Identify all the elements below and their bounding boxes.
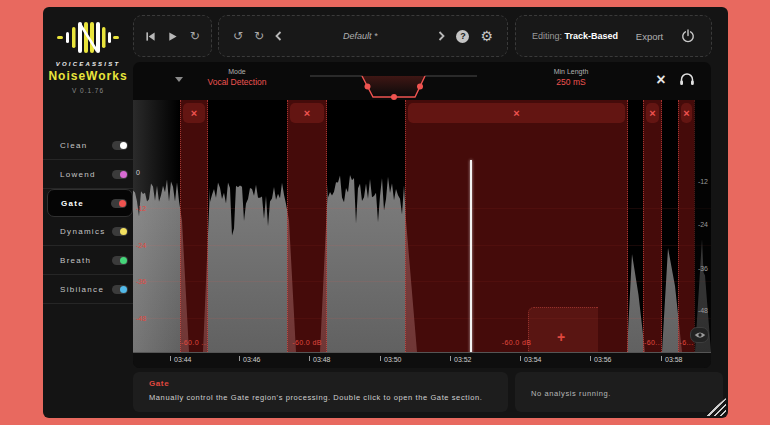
region-threshold-label: -60.0 ...	[181, 339, 207, 346]
close-icon: ×	[304, 108, 310, 119]
sidebar: VOICEASSIST NoiseWorks V 0.1.76 Clean Lo…	[43, 7, 133, 418]
plus-icon[interactable]: +	[557, 330, 565, 344]
analysis-status-text: No analysis running.	[531, 389, 611, 398]
toggle-switch[interactable]	[111, 199, 127, 208]
curve-node[interactable]	[365, 84, 371, 90]
sidebar-item-gate[interactable]: Gate	[47, 189, 133, 217]
min-length-value: 250 mS	[523, 77, 619, 87]
help-panel: Gate Manually control the Gate region's …	[133, 372, 508, 412]
playhead[interactable]	[470, 160, 472, 352]
desktop-background: VOICEASSIST NoiseWorks V 0.1.76 Clean Lo…	[0, 0, 770, 425]
db-scale-label-right: -48	[698, 307, 708, 314]
editing-mode-value: Track-Based	[565, 31, 619, 41]
region-delete-button[interactable]: ×	[408, 103, 625, 123]
toggle-switch[interactable]	[112, 170, 128, 179]
min-length-label: Min Length	[523, 68, 619, 75]
sidebar-item-lowend[interactable]: Lowend	[43, 160, 133, 189]
undo-icon[interactable]: ↺	[233, 30, 243, 42]
sidebar-item-label: Clean	[60, 141, 112, 150]
add-region-box[interactable]: +	[528, 307, 598, 352]
region-threshold-label: -60.0 dB	[288, 339, 326, 346]
visibility-toggle[interactable]	[690, 327, 709, 343]
sidebar-item-label: Breath	[60, 256, 112, 265]
close-icon: ×	[513, 108, 519, 119]
time-label: 03:48	[313, 356, 331, 363]
analysis-status-panel: No analysis running.	[515, 372, 723, 412]
close-icon[interactable]: ×	[650, 69, 672, 91]
sidebar-item-label: Gate	[61, 199, 111, 208]
gate-region[interactable]: × -60.0 dB	[287, 100, 327, 352]
time-tick	[170, 356, 171, 361]
brand-version: V 0.1.76	[43, 87, 133, 94]
sidebar-item-label: Dynamics	[60, 227, 112, 236]
brand-assist-label: VOICEASSIST	[43, 61, 133, 67]
region-delete-button[interactable]: ×	[290, 103, 324, 123]
chevron-right-icon[interactable]	[438, 31, 445, 41]
db-scale-label-left: -24	[136, 242, 146, 249]
play-button[interactable]	[167, 31, 178, 42]
mode-label: Mode	[187, 68, 287, 75]
editing-mode-button[interactable]: Editing: Track-Based	[532, 31, 618, 41]
time-tick	[239, 356, 240, 361]
loop-icon[interactable]: ↻	[190, 30, 200, 42]
help-icon[interactable]: ?	[456, 30, 469, 43]
sidebar-item-dynamics[interactable]: Dynamics	[43, 217, 133, 246]
time-tick	[309, 356, 310, 361]
gate-region[interactable]: × -60.0 ...	[180, 100, 208, 352]
gear-icon[interactable]: ⚙	[480, 29, 493, 43]
toggle-switch[interactable]	[112, 227, 128, 236]
time-tick	[590, 356, 591, 361]
sidebar-item-breath[interactable]: Breath	[43, 246, 133, 275]
gate-curve-widget[interactable]	[310, 67, 477, 100]
gate-region[interactable]: × -60...	[643, 100, 662, 352]
region-delete-button[interactable]: ×	[646, 103, 659, 123]
export-button[interactable]: Export	[636, 31, 663, 42]
chevron-down-icon[interactable]	[175, 77, 183, 82]
time-axis: 03:4403:4603:4803:5003:5203:5403:5603:58	[133, 352, 711, 368]
preset-name[interactable]: Default *	[293, 31, 427, 41]
toggle-knob	[120, 228, 127, 235]
toggle-knob	[120, 257, 127, 264]
mode-selector[interactable]: Mode Vocal Detection	[187, 68, 287, 87]
time-label: 03:52	[454, 356, 472, 363]
brand-name: NoiseWorks	[43, 69, 133, 83]
db-scale-label-right: -24	[698, 221, 708, 228]
toggle-switch[interactable]	[112, 256, 128, 265]
close-icon: ×	[683, 108, 689, 119]
plugin-window: VOICEASSIST NoiseWorks V 0.1.76 Clean Lo…	[43, 7, 728, 418]
toggle-switch[interactable]	[112, 285, 128, 294]
region-delete-button[interactable]: ×	[681, 103, 692, 123]
db-scale-label-left: -36	[136, 278, 146, 285]
time-tick	[380, 356, 381, 361]
sidebar-item-sibilance[interactable]: Sibilance	[43, 275, 133, 304]
sidebar-item-label: Lowend	[60, 170, 112, 179]
time-label: 03:44	[174, 356, 192, 363]
sidebar-item-clean[interactable]: Clean	[43, 131, 133, 160]
curve-node[interactable]	[417, 84, 423, 90]
min-length-control[interactable]: Min Length 250 mS	[523, 68, 619, 87]
close-icon: ×	[649, 108, 655, 119]
chevron-left-icon[interactable]	[275, 31, 282, 41]
toggle-knob	[120, 142, 127, 149]
redo-icon[interactable]: ↻	[254, 30, 264, 42]
mode-value: Vocal Detection	[187, 77, 287, 87]
db-scale-label-left: 0	[136, 169, 140, 176]
power-icon[interactable]	[681, 29, 695, 43]
toggle-knob	[120, 286, 127, 293]
session-group: Editing: Track-Based Export	[515, 15, 712, 57]
db-scale-label-right: -12	[698, 178, 708, 185]
region-threshold-label: -60...	[644, 339, 661, 346]
time-label: 03:54	[524, 356, 542, 363]
gate-region[interactable]: × -6...	[678, 100, 695, 352]
toggle-switch[interactable]	[112, 141, 128, 150]
skip-to-start-button[interactable]	[145, 31, 156, 42]
preset-group: ↺ ↻ Default * ? ⚙	[218, 15, 508, 57]
editor-header: Mode Vocal Detection Min Length 2	[133, 62, 711, 100]
region-delete-button[interactable]: ×	[183, 103, 205, 123]
db-scale-label-left: -12	[136, 205, 146, 212]
transport-group: ↻	[133, 15, 212, 57]
time-label: 03:58	[665, 356, 683, 363]
time-label: 03:50	[384, 356, 402, 363]
waveform-display[interactable]: × -60.0 ... × -60.0 dB × -60.0 dB × -60.…	[133, 100, 711, 352]
headphones-icon[interactable]	[679, 71, 695, 90]
